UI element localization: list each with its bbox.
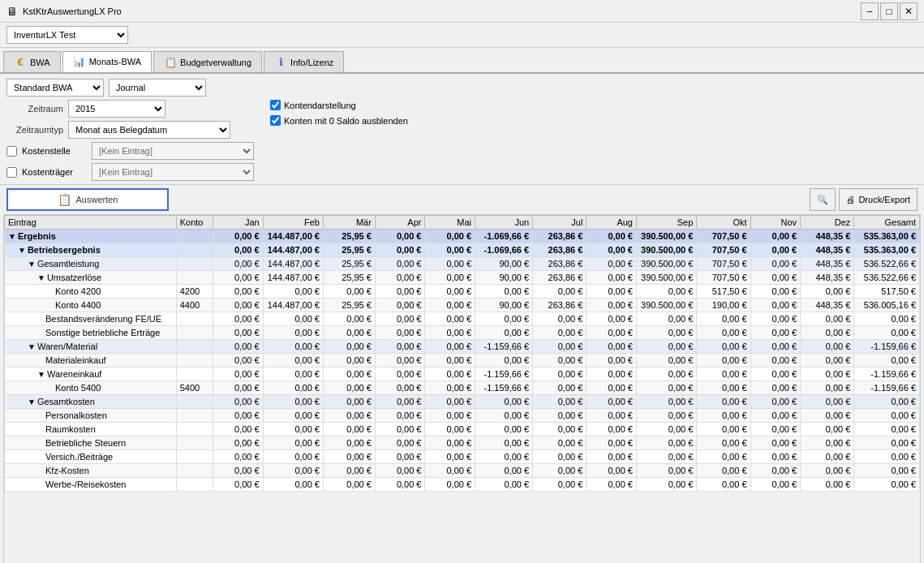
- table-row[interactable]: Personalkosten0,00 €0,00 €0,00 €0,00 €0,…: [5, 409, 920, 423]
- cell-mai: 0,00 €: [425, 478, 475, 492]
- cell-dez: 0,00 €: [801, 340, 854, 354]
- minimize-button[interactable]: –: [861, 2, 879, 20]
- maximize-button[interactable]: □: [880, 2, 898, 20]
- cell-jul: 263,86 €: [533, 299, 587, 312]
- kostenstelle-checkbox[interactable]: [6, 146, 17, 157]
- cell-nov: 0,00 €: [750, 326, 801, 340]
- expand-icon[interactable]: ▼: [18, 246, 26, 255]
- cell-jan: 0,00 €: [213, 299, 264, 312]
- table-row[interactable]: ▼Waren/Material0,00 €0,00 €0,00 €0,00 €0…: [5, 340, 920, 354]
- cell-sep: 0,00 €: [636, 464, 696, 478]
- expand-icon[interactable]: ▼: [8, 232, 16, 241]
- expand-icon[interactable]: ▼: [37, 370, 45, 379]
- tab-monats-bwa[interactable]: 📊 Monats-BWA: [62, 51, 152, 72]
- table-row[interactable]: ▼Betriebsergebnis0,00 €144.487,00 €25,95…: [5, 243, 920, 257]
- cell-jul: 0,00 €: [533, 381, 587, 395]
- auswerten-icon: 📋: [58, 193, 71, 206]
- cell-konto: 4200: [176, 285, 213, 299]
- cell-jan: 0,00 €: [213, 285, 264, 299]
- print-button[interactable]: 🖨 Druck/Export: [839, 188, 918, 211]
- col-header-gesamt: Gesamt: [854, 216, 920, 230]
- cell-nov: 0,00 €: [750, 409, 801, 423]
- cell-okt: 0,00 €: [697, 381, 750, 395]
- table-row[interactable]: Konto 440044000,00 €144.487,00 €25,95 €0…: [5, 299, 920, 312]
- tab-info-lizenz[interactable]: ℹ Info/Lizenz: [264, 51, 344, 72]
- expand-icon[interactable]: ▼: [28, 342, 36, 351]
- cell-konto: [176, 436, 213, 450]
- cell-feb: 144.487,00 €: [263, 271, 323, 285]
- cell-dez: 0,00 €: [801, 326, 854, 340]
- cell-sep: 0,00 €: [636, 423, 696, 436]
- cell-eintrag: Konto 4200: [5, 285, 177, 299]
- cell-konto: [176, 340, 213, 354]
- table-row[interactable]: ▼Gesamtkosten0,00 €0,00 €0,00 €0,00 €0,0…: [5, 395, 920, 409]
- cell-nov: 0,00 €: [750, 464, 801, 478]
- cell-jun: 0,00 €: [475, 450, 533, 464]
- cell-jul: 0,00 €: [533, 464, 587, 478]
- kontendarstellung-checkbox[interactable]: [270, 100, 281, 110]
- table-container[interactable]: Eintrag Konto Jan Feb Mär Apr Mai Jun Ju…: [3, 214, 921, 563]
- table-row[interactable]: ▼Ergebnis0,00 €144.487,00 €25,95 €0,00 €…: [5, 230, 920, 243]
- cell-jan: 0,00 €: [213, 367, 264, 381]
- kostenstelle-select[interactable]: [Kein Eintrag]: [92, 142, 254, 160]
- table-row[interactable]: Kfz-Kosten0,00 €0,00 €0,00 €0,00 €0,00 €…: [5, 464, 920, 478]
- standard-bwa-select[interactable]: Standard BWA: [6, 79, 104, 97]
- table-row[interactable]: Konto 420042000,00 €0,00 €0,00 €0,00 €0,…: [5, 285, 920, 299]
- table-row[interactable]: Bestandsveränderung FE/UE0,00 €0,00 €0,0…: [5, 312, 920, 326]
- col-header-mai: Mai: [425, 216, 475, 230]
- entry-label: Materialeinkauf: [45, 355, 106, 365]
- cell-mai: 0,00 €: [425, 243, 475, 257]
- table-row[interactable]: Sonstige betriebliche Erträge0,00 €0,00 …: [5, 326, 920, 340]
- cell-apr: 0,00 €: [375, 285, 425, 299]
- cell-okt: 707,50 €: [697, 271, 750, 285]
- table-row[interactable]: Materialeinkauf0,00 €0,00 €0,00 €0,00 €0…: [5, 354, 920, 367]
- kostentraeger-select[interactable]: [Kein Eintrag]: [92, 163, 254, 181]
- cell-jul: 0,00 €: [533, 367, 587, 381]
- table-row[interactable]: Werbe-/Reisekosten0,00 €0,00 €0,00 €0,00…: [5, 478, 920, 492]
- zeitraumtyp-select[interactable]: Monat aus Belegdatum: [68, 121, 230, 139]
- cell-mai: 0,00 €: [425, 257, 475, 271]
- cell-sep: 390.500,00 €: [636, 299, 696, 312]
- cell-sep: 0,00 €: [636, 395, 696, 409]
- cell-mai: 0,00 €: [425, 367, 475, 381]
- cell-sep: 0,00 €: [636, 326, 696, 340]
- cell-feb: 0,00 €: [263, 450, 323, 464]
- cell-mai: 0,00 €: [425, 436, 475, 450]
- expand-icon[interactable]: ▼: [28, 398, 36, 406]
- cell-jul: 263,86 €: [533, 271, 587, 285]
- journal-select[interactable]: Journal: [109, 79, 206, 97]
- form-row-kostentraeger: Kostenträger [Kein Eintrag]: [6, 163, 254, 181]
- entry-label: Versich./Beiträge: [45, 452, 113, 462]
- cell-konto: [176, 312, 213, 326]
- cell-okt: 0,00 €: [697, 450, 750, 464]
- expand-icon[interactable]: ▼: [37, 273, 45, 282]
- close-button[interactable]: ✕: [900, 2, 918, 20]
- table-row[interactable]: Konto 540054000,00 €0,00 €0,00 €0,00 €0,…: [5, 381, 920, 395]
- auswerten-button[interactable]: 📋 Auswerten: [6, 188, 169, 211]
- table-row[interactable]: Raumkosten0,00 €0,00 €0,00 €0,00 €0,00 €…: [5, 423, 920, 436]
- cell-mar: 0,00 €: [323, 450, 375, 464]
- table-row[interactable]: ▼Wareneinkauf0,00 €0,00 €0,00 €0,00 €0,0…: [5, 367, 920, 381]
- cell-gesamt: 0,00 €: [854, 450, 920, 464]
- cell-jul: 263,86 €: [533, 257, 587, 271]
- search-button[interactable]: 🔍: [810, 188, 836, 211]
- kostentraeger-checkbox[interactable]: [6, 167, 17, 178]
- druck-export-label: Druck/Export: [858, 195, 910, 204]
- cell-jan: 0,00 €: [213, 381, 264, 395]
- tab-bwa[interactable]: € BWA: [3, 51, 61, 72]
- info-icon: ℹ: [274, 57, 287, 68]
- table-row[interactable]: ▼Gesamtleistung0,00 €144.487,00 €25,95 €…: [5, 257, 920, 271]
- tab-budgetverwaltung[interactable]: 📋 Budgetverwaltung: [153, 51, 262, 72]
- company-select[interactable]: InventurLX Test: [6, 26, 128, 44]
- table-row[interactable]: Versich./Beiträge0,00 €0,00 €0,00 €0,00 …: [5, 450, 920, 464]
- cell-jan: 0,00 €: [213, 340, 264, 354]
- cell-gesamt: 536.522,66 €: [854, 257, 920, 271]
- table-row[interactable]: Betriebliche Steuern0,00 €0,00 €0,00 €0,…: [5, 436, 920, 450]
- form-row-standard-bwa: Standard BWA Journal: [6, 79, 254, 97]
- table-row[interactable]: ▼Umsatzerlöse0,00 €144.487,00 €25,95 €0,…: [5, 271, 920, 285]
- expand-icon[interactable]: ▼: [28, 260, 36, 269]
- cell-feb: 144.487,00 €: [263, 257, 323, 271]
- zeitraum-select[interactable]: 2015: [68, 100, 165, 118]
- cell-okt: 517,50 €: [697, 285, 750, 299]
- konten0saldo-checkbox[interactable]: [270, 115, 281, 126]
